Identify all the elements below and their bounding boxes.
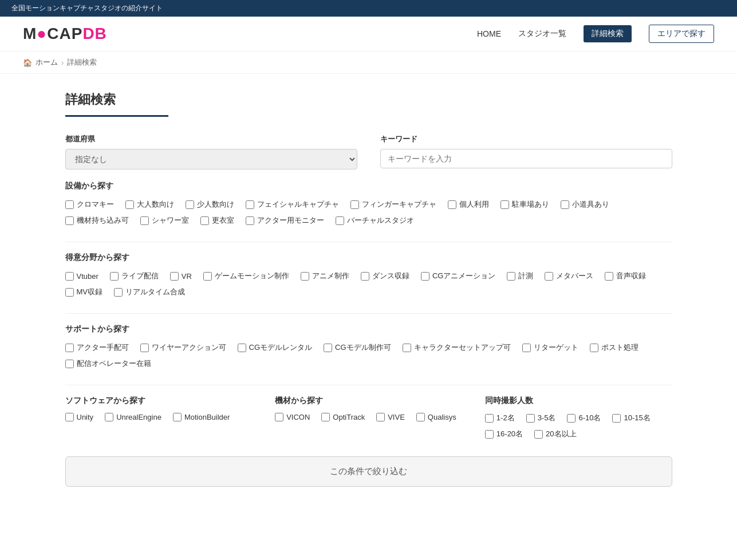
checkbox-input-3[interactable] — [246, 200, 254, 209]
checkbox-item[interactable]: 3-5名 — [526, 413, 556, 423]
checkbox-input-9[interactable] — [140, 216, 149, 225]
checkbox-input-1[interactable] — [140, 344, 149, 352]
checkbox-item[interactable]: 少人数向け — [186, 199, 234, 210]
checkbox-input-11[interactable] — [114, 288, 123, 297]
checkbox-item[interactable]: メタバース — [545, 271, 593, 281]
checkbox-input-8[interactable] — [545, 272, 553, 281]
checkbox-input-7[interactable] — [507, 272, 515, 281]
checkbox-input-2[interactable] — [186, 200, 194, 209]
checkbox-input-4[interactable] — [301, 272, 309, 281]
checkbox-item[interactable]: 10-15名 — [612, 413, 650, 423]
checkbox-item[interactable]: 配信オペレーター在籍 — [65, 358, 151, 369]
checkbox-input-10[interactable] — [200, 216, 209, 225]
search-button[interactable]: この条件で絞り込む — [65, 456, 672, 487]
checkbox-input-5[interactable] — [361, 272, 369, 281]
checkbox-input-1[interactable] — [526, 414, 535, 423]
checkbox-item[interactable]: UnrealEngine — [105, 413, 161, 421]
checkbox-item[interactable]: ワイヤーアクション可 — [140, 342, 226, 353]
checkbox-item[interactable]: 音声収録 — [605, 271, 646, 281]
checkbox-item[interactable]: アニメ制作 — [301, 271, 349, 281]
logo[interactable]: M●CAPDB — [23, 25, 107, 43]
checkbox-input-5[interactable] — [534, 430, 543, 439]
checkbox-input-7[interactable] — [65, 360, 74, 368]
checkbox-input-2[interactable] — [238, 344, 246, 352]
checkbox-item[interactable]: Qualisys — [416, 413, 456, 421]
checkbox-item[interactable]: CGアニメーション — [421, 271, 496, 281]
checkbox-input-8[interactable] — [65, 216, 74, 225]
checkbox-item[interactable]: クロマキー — [65, 199, 114, 210]
checkbox-input-0[interactable] — [275, 413, 283, 421]
checkbox-item[interactable]: アクター手配可 — [65, 342, 129, 353]
checkbox-input-4[interactable] — [350, 200, 359, 209]
prefecture-select[interactable]: 指定なし — [65, 149, 357, 169]
checkbox-item[interactable]: MV収録 — [65, 287, 103, 297]
checkbox-input-12[interactable] — [336, 216, 344, 225]
checkbox-item[interactable]: リターゲット — [522, 342, 578, 353]
checkbox-input-0[interactable] — [65, 413, 74, 421]
checkbox-input-2[interactable] — [173, 413, 182, 421]
checkbox-input-6[interactable] — [421, 272, 429, 281]
checkbox-input-11[interactable] — [246, 216, 254, 225]
checkbox-item[interactable]: CGモデルレンタル — [238, 342, 313, 353]
checkbox-item[interactable]: VICON — [275, 413, 310, 421]
checkbox-input-0[interactable] — [65, 200, 74, 209]
checkbox-item[interactable]: 6-10名 — [567, 413, 601, 423]
checkbox-input-5[interactable] — [448, 200, 456, 209]
checkbox-item[interactable]: ダンス収録 — [361, 271, 409, 281]
checkbox-item[interactable]: リアルタイム合成 — [114, 287, 185, 297]
checkbox-item[interactable]: ゲームモーション制作 — [203, 271, 289, 281]
checkbox-input-2[interactable] — [170, 272, 179, 281]
checkbox-input-3[interactable] — [416, 413, 425, 421]
checkbox-input-1[interactable] — [105, 413, 113, 421]
checkbox-item[interactable]: Unity — [65, 413, 94, 421]
checkbox-input-6[interactable] — [590, 344, 598, 352]
checkbox-item[interactable]: ポスト処理 — [590, 342, 639, 353]
checkbox-item[interactable]: VIVE — [376, 413, 405, 421]
checkbox-item[interactable]: Vtuber — [65, 271, 98, 281]
checkbox-item[interactable]: 個人利用 — [448, 199, 489, 210]
nav-advanced-search[interactable]: 詳細検索 — [584, 25, 632, 42]
checkbox-item[interactable]: CGモデル制作可 — [324, 342, 391, 353]
nav-area-search[interactable]: エリアで探す — [649, 25, 714, 43]
checkbox-item[interactable]: 小道具あり — [561, 199, 609, 210]
checkbox-input-1[interactable] — [110, 272, 119, 281]
checkbox-input-4[interactable] — [485, 430, 494, 439]
checkbox-input-2[interactable] — [567, 414, 576, 423]
nav-home[interactable]: HOME — [477, 29, 501, 38]
checkbox-item[interactable]: キャラクターセットアップ可 — [403, 342, 511, 353]
checkbox-input-9[interactable] — [605, 272, 613, 281]
checkbox-item[interactable]: ライブ配信 — [110, 271, 159, 281]
checkbox-item[interactable]: 16-20名 — [485, 429, 523, 439]
checkbox-item[interactable]: シャワー室 — [140, 215, 189, 226]
checkbox-input-0[interactable] — [65, 272, 74, 281]
checkbox-input-3[interactable] — [324, 344, 332, 352]
checkbox-item[interactable]: 1-2名 — [485, 413, 515, 423]
checkbox-input-1[interactable] — [125, 200, 134, 209]
checkbox-item[interactable]: 20名以上 — [534, 429, 576, 439]
checkbox-item[interactable]: 機材持ち込み可 — [65, 215, 129, 226]
keyword-input[interactable] — [380, 149, 672, 168]
breadcrumb-home[interactable]: ホーム — [36, 57, 58, 68]
checkbox-item[interactable]: 駐車場あり — [500, 199, 549, 210]
checkbox-input-10[interactable] — [65, 288, 74, 297]
nav-studio-list[interactable]: スタジオ一覧 — [518, 29, 566, 39]
checkbox-item[interactable]: フェイシャルキャプチャ — [246, 199, 339, 210]
checkbox-input-5[interactable] — [522, 344, 531, 352]
checkbox-input-2[interactable] — [376, 413, 385, 421]
checkbox-item[interactable]: フィンガーキャプチャ — [350, 199, 436, 210]
checkbox-item[interactable]: バーチャルスタジオ — [336, 215, 414, 226]
checkbox-item[interactable]: 大人数向け — [125, 199, 174, 210]
checkbox-item[interactable]: アクター用モニター — [246, 215, 324, 226]
checkbox-input-4[interactable] — [403, 344, 411, 352]
checkbox-item[interactable]: 計測 — [507, 271, 533, 281]
checkbox-input-6[interactable] — [500, 200, 509, 209]
checkbox-input-1[interactable] — [321, 413, 330, 421]
checkbox-input-3[interactable] — [612, 414, 621, 423]
checkbox-item[interactable]: VR — [170, 271, 192, 281]
checkbox-input-0[interactable] — [485, 414, 494, 423]
checkbox-item[interactable]: 更衣室 — [200, 215, 234, 226]
checkbox-input-0[interactable] — [65, 344, 74, 352]
checkbox-input-3[interactable] — [203, 272, 212, 281]
checkbox-item[interactable]: OptiTrack — [321, 413, 365, 421]
checkbox-item[interactable]: MotionBuilder — [173, 413, 230, 421]
